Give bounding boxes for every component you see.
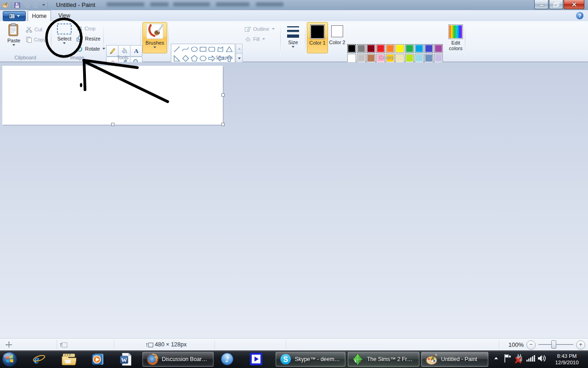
fill-button[interactable]: Fill [244, 35, 265, 43]
rotate-icon [76, 46, 83, 52]
taskbar-button-firefox[interactable]: Discussion Board ... [142, 352, 214, 367]
fill-shape-icon [244, 36, 251, 42]
qat-separator [47, 2, 48, 8]
shape-right-arrow[interactable] [208, 54, 216, 63]
diamond-icon [182, 55, 189, 62]
color1-button[interactable]: Color 1 [307, 22, 328, 53]
paint-window: Untitled - Paint Home View ? Paste [0, 0, 588, 368]
color2-button[interactable]: Color 2 [328, 22, 346, 52]
zoom-slider-thumb[interactable] [551, 340, 556, 349]
hexagon-icon [199, 55, 207, 62]
tab-home[interactable]: Home [28, 10, 51, 22]
palette-swatch-880015[interactable] [367, 44, 375, 53]
palette-swatch-ffffff[interactable] [347, 54, 356, 63]
shape-polygon[interactable] [216, 45, 225, 53]
shape-oval[interactable] [190, 45, 198, 53]
zoom-in-button[interactable]: + [576, 340, 585, 350]
shape-triangle[interactable] [225, 45, 233, 53]
background-title-blur [216, 2, 249, 6]
zoom-out-button[interactable]: − [526, 340, 536, 350]
workspace [0, 62, 588, 338]
action-center-flag-icon[interactable] [503, 354, 512, 363]
windows-media-player-icon[interactable] [91, 352, 105, 366]
palette-swatch-3f48cc[interactable] [424, 44, 433, 53]
tab-view[interactable]: View [53, 10, 76, 21]
taskbar-button-label: Skype™ - deema... [295, 356, 341, 362]
canvas-resize-handle-right[interactable] [221, 93, 225, 97]
redo-button[interactable] [33, 2, 40, 8]
palette-swatch-ff7f27[interactable] [386, 44, 395, 53]
restore-button[interactable] [549, 0, 563, 9]
paste-dropdown-icon [12, 44, 15, 46]
shape-pentagon[interactable] [190, 54, 198, 63]
palette-swatch-fff200[interactable] [396, 44, 404, 53]
crop-button[interactable]: Crop [76, 24, 96, 33]
close-button[interactable] [564, 0, 584, 9]
shape-right-triangle[interactable] [173, 54, 181, 63]
copy-button[interactable]: Copy [26, 35, 46, 44]
minimize-button[interactable] [534, 0, 548, 9]
windows-explorer-icon[interactable] [62, 353, 76, 365]
taskbar-button-skype[interactable]: S Skype™ - deema... [276, 352, 345, 367]
status-bar: 480 × 128px 100% − + [0, 338, 588, 351]
shape-rounded-rectangle[interactable] [208, 45, 216, 53]
color2-swatch [331, 25, 343, 37]
application-menu-button[interactable] [3, 11, 26, 21]
shapes-group-label: Shapes [215, 55, 232, 60]
copy-pages-icon [26, 36, 32, 43]
rotate-button[interactable]: Rotate [76, 45, 105, 53]
power-plug-error-icon[interactable] [514, 353, 524, 363]
outline-button[interactable]: Outline [244, 25, 275, 33]
help-icon[interactable]: ? [576, 12, 583, 19]
shape-curve[interactable] [181, 45, 190, 53]
qat-customize-dropdown-icon[interactable] [42, 4, 45, 6]
media-player-classic-icon[interactable] [249, 352, 263, 366]
palette-swatch-7f7f7f[interactable] [357, 44, 366, 53]
itunes-icon[interactable]: ♪ [220, 352, 234, 366]
drawing-canvas[interactable] [2, 66, 223, 125]
save-button[interactable] [14, 2, 21, 9]
paste-button[interactable]: Paste [4, 23, 24, 46]
select-icon [57, 23, 72, 35]
palette-swatch-22b14c[interactable] [405, 44, 414, 53]
shape-hexagon[interactable] [199, 54, 207, 63]
volume-speaker-icon[interactable] [537, 354, 547, 362]
text-tool-button[interactable]: A [130, 45, 142, 57]
canvas-resize-handle-corner[interactable] [221, 123, 225, 126]
palette-swatch-7092be[interactable] [424, 54, 433, 63]
resize-button[interactable]: Resize [76, 34, 101, 43]
word-icon[interactable]: W [119, 352, 132, 366]
palette-swatch-b5e61d[interactable] [405, 54, 414, 63]
show-hidden-icons-button[interactable] [494, 357, 498, 359]
palette-swatch-c8bfe7[interactable] [434, 54, 443, 63]
shapes-scroll-up-button[interactable] [236, 44, 243, 54]
internet-explorer-icon[interactable]: e [32, 352, 46, 366]
shape-diamond[interactable] [181, 54, 190, 63]
palette-swatch-ed1c24[interactable] [376, 44, 385, 53]
palette-swatch-00a2e8[interactable] [415, 44, 424, 53]
taskbar-clock[interactable]: 8:43 PM 12/9/2010 [549, 353, 584, 366]
size-button[interactable]: Size [283, 22, 303, 52]
shape-rectangle[interactable] [199, 45, 207, 53]
taskbar-button-sims[interactable]: The Sims™ 2 Free... [348, 352, 419, 367]
start-button[interactable] [1, 351, 18, 368]
cut-button[interactable]: Cut [26, 25, 42, 34]
brushes-button[interactable]: Brushes [142, 22, 167, 53]
palette-swatch-b97a57[interactable] [367, 54, 375, 63]
palette-swatch-99d9ea[interactable] [415, 54, 424, 63]
shape-line[interactable] [173, 45, 181, 53]
canvas-resize-handle-bottom[interactable] [111, 123, 114, 126]
palette-swatch-a349a4[interactable] [434, 44, 443, 53]
size-dropdown-icon [292, 46, 294, 48]
triangle-icon [226, 46, 233, 53]
palette-swatch-c3c3c3[interactable] [357, 54, 366, 63]
network-signal-bars-icon[interactable] [526, 355, 535, 362]
select-button[interactable]: Select [53, 23, 75, 44]
taskbar-button-paint[interactable]: Untitled - Paint [421, 352, 488, 367]
edit-colors-button[interactable]: Edit colors [444, 22, 468, 52]
palette-swatch-efe4b0[interactable] [396, 54, 404, 63]
palette-swatch-000000[interactable] [347, 44, 356, 53]
brush-icon [146, 23, 164, 39]
undo-button[interactable] [23, 2, 30, 8]
clock-date: 12/9/2010 [549, 359, 584, 366]
